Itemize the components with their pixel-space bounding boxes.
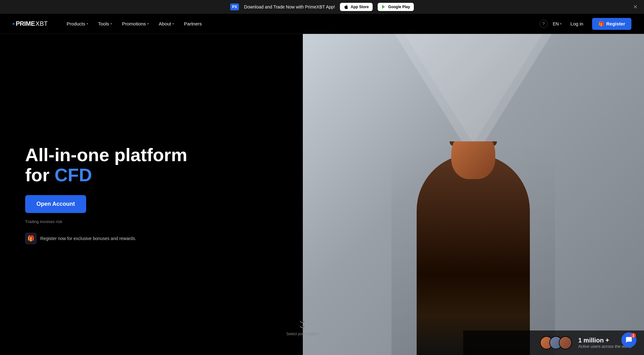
nav-item-promotions[interactable]: Promotions ▾ <box>118 19 153 29</box>
scroll-label: Select your product <box>286 332 319 336</box>
banner-text: Download and Trade Now with PrimeXBT App… <box>244 4 335 9</box>
hero-person-image <box>391 141 555 355</box>
scroll-chevron-2: ❯ <box>301 325 305 329</box>
google-play-button[interactable]: Google Play <box>378 3 414 11</box>
app-store-label: App Store <box>351 5 369 9</box>
bonus-icon: 🎁 <box>25 233 36 244</box>
tools-chevron-icon: ▾ <box>110 22 112 25</box>
bonus-banner: 🎁 Register now for exclusive bonuses and… <box>25 233 278 244</box>
about-chevron-icon: ▾ <box>172 22 174 25</box>
top-banner: PX Download and Trade Now with PrimeXBT … <box>0 0 644 14</box>
scroll-chevrons: ❯ ❯ <box>301 320 305 329</box>
logo-prime-text: PRIME <box>16 20 35 27</box>
nav-promotions-label: Promotions <box>122 21 146 26</box>
logo-dot <box>13 23 14 25</box>
register-label: Register <box>606 21 625 26</box>
login-button[interactable]: Log in <box>567 19 587 29</box>
px-logo-badge: PX <box>230 3 239 10</box>
nav-item-products[interactable]: Products ▾ <box>63 19 92 29</box>
help-button[interactable]: ? <box>540 20 548 28</box>
lang-label: EN <box>553 21 559 26</box>
avatar <box>559 336 572 349</box>
social-proof-bar: 1 million + Active users across the worl… <box>463 330 644 355</box>
hero-heading-line1: All-in-one platform <box>25 145 187 165</box>
scroll-chevron-1: ❯ <box>301 320 305 324</box>
nav-right: ? EN ▾ Log in 🎁 Register <box>540 18 631 30</box>
hero-heading-for: for <box>25 165 54 185</box>
help-icon: ? <box>542 21 545 26</box>
logo[interactable]: PRIME XBT <box>13 20 48 27</box>
hero-heading: All-in-one platform for CFD <box>25 145 278 185</box>
nav-tools-label: Tools <box>98 21 109 26</box>
open-account-button[interactable]: Open Account <box>25 195 86 213</box>
logo-xbt-text: XBT <box>36 20 48 27</box>
app-store-button[interactable]: App Store <box>340 3 372 11</box>
chat-icon <box>625 336 632 343</box>
user-avatars <box>540 336 572 349</box>
products-chevron-icon: ▾ <box>86 22 88 25</box>
banner-close-button[interactable]: ✕ <box>633 3 638 10</box>
lang-chevron-icon: ▾ <box>560 22 562 25</box>
nav-item-about[interactable]: About ▾ <box>155 19 178 29</box>
nav-links: Products ▾ Tools ▾ Promotions ▾ About ▾ … <box>63 19 540 29</box>
apple-icon <box>344 4 349 9</box>
nav-item-tools[interactable]: Tools ▾ <box>94 19 116 29</box>
register-icon: 🎁 <box>598 21 604 27</box>
promotions-chevron-icon: ▾ <box>147 22 149 25</box>
nav-products-label: Products <box>67 21 85 26</box>
nav-item-partners[interactable]: Partners <box>180 19 206 29</box>
hero-section: All-in-one platform for CFD Open Account… <box>0 34 644 355</box>
hero-left: All-in-one platform for CFD Open Account… <box>0 34 303 355</box>
scroll-indicator: ❯ ❯ Select your product <box>286 320 319 336</box>
chat-button[interactable]: 1 <box>621 332 636 347</box>
hero-cfd-text: CFD <box>54 165 92 185</box>
register-button[interactable]: 🎁 Register <box>592 18 631 30</box>
person-head <box>451 141 495 179</box>
chat-badge: 1 <box>631 333 636 338</box>
trading-risk-text: Trading involves risk <box>25 219 278 224</box>
hero-right: 1 million + Active users across the worl… <box>303 34 644 355</box>
google-play-label: Google Play <box>388 5 410 9</box>
person-body <box>417 154 530 355</box>
language-selector[interactable]: EN ▾ <box>553 21 562 26</box>
svg-marker-1 <box>404 34 542 144</box>
google-play-icon <box>381 4 386 9</box>
bonus-text: Register now for exclusive bonuses and r… <box>40 236 136 241</box>
nav-about-label: About <box>159 21 171 26</box>
navbar: PRIME XBT Products ▾ Tools ▾ Promotions … <box>0 14 644 34</box>
nav-partners-label: Partners <box>184 21 202 26</box>
